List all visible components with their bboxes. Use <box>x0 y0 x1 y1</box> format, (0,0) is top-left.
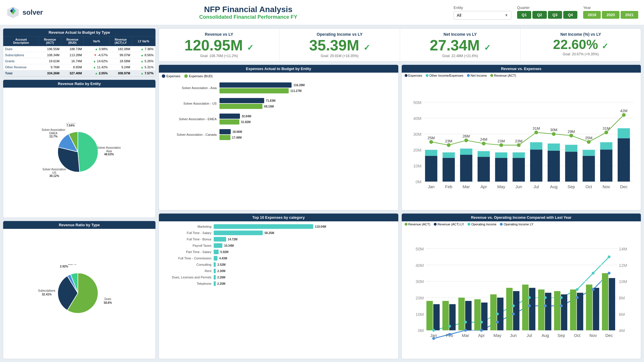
kpi-card-0: Revenue vs LY 120.95M ✓ Goal: 108.76M (+… <box>159 29 279 61</box>
year-btn-2020[interactable]: 2020 <box>602 11 619 19</box>
quarter-btn-q3[interactable]: Q3 <box>548 11 562 19</box>
svg-point-164 <box>464 329 467 332</box>
revenue-row: Dues196.55M188.73M▲ 3.98%182.08M▲ 7.36% <box>3 46 155 52</box>
svg-rect-70 <box>583 156 595 182</box>
rev-vs-exp-legend: Expenses Other Income/Expenses Net Incom… <box>402 73 641 78</box>
logo-text: solver <box>22 8 43 16</box>
svg-text:25M: 25M <box>427 136 435 140</box>
entity-pie-card: Revenue Ratio by Entity Solver Associati… <box>3 80 156 218</box>
svg-text:Jul: Jul <box>527 333 532 338</box>
svg-rect-31 <box>442 152 455 158</box>
type-pie-chart: Dues58.8%Subscriptions32.41%Other Revenu… <box>12 264 147 322</box>
svg-point-165 <box>480 329 483 332</box>
rev-opincome-legend: Revenue (ACT) Revenue (ACT) LY Operating… <box>402 221 641 227</box>
col-rev-bud: Revenue(BUD) <box>61 37 84 46</box>
svg-rect-81 <box>617 128 630 138</box>
svg-point-163 <box>448 333 451 336</box>
rev-vs-exp-card: Revenue vs. Expenses Expenses Other Inco… <box>401 65 641 210</box>
svg-text:14M: 14M <box>619 247 627 251</box>
top10-item: Dues, Licenses and Permits 2.26M <box>162 275 395 280</box>
revenue-row: Other Revenue9.76M8.65M▲ 11.42%9.24M▲ 5.… <box>3 64 155 70</box>
kpi-goal: Goal: 22.48M (+21.6%) <box>405 54 516 58</box>
col-var: Var% <box>84 37 110 46</box>
kpi-card-3: Net Income (%) vs LY 22.60% ✓ Goal: 20.6… <box>521 29 641 61</box>
entity-select[interactable]: All ▼ <box>454 11 511 20</box>
svg-text:Mar: Mar <box>462 184 470 189</box>
svg-point-169 <box>544 304 547 307</box>
expenses-entity-header: Expenses Actual to Budget by Entity <box>159 65 398 73</box>
svg-rect-114 <box>426 301 433 330</box>
svg-point-172 <box>592 288 594 291</box>
col-rev-act-ly: Revenue(ACT) LY <box>110 37 132 46</box>
svg-point-168 <box>528 304 531 307</box>
svg-text:30M: 30M <box>413 132 421 137</box>
charts-row-2: Top 10 Expenses by category Marketing 11… <box>159 213 641 359</box>
kpi-goal: Goal: 20.67% (+9.35%) <box>525 52 636 56</box>
revenue-table: AccountDescription Revenue(ACT) Revenue(… <box>3 36 155 76</box>
svg-rect-25 <box>425 156 437 182</box>
entity-pie-chart: Solver AssociationAsia48.63%Solver Assoc… <box>12 123 147 181</box>
top10-item: Telephone 2.25M <box>162 281 395 286</box>
logo: solver <box>6 5 43 20</box>
kpi-card-1: Operating Income vs LY 35.39M ✓ Goal: 29… <box>279 29 400 61</box>
right-panel: Revenue vs LY 120.95M ✓ Goal: 108.76M (+… <box>159 28 641 359</box>
kpi-goal: Goal: 29.91M (+18.35%) <box>284 54 395 58</box>
kpi-row: Revenue vs LY 120.95M ✓ Goal: 108.76M (+… <box>159 28 641 62</box>
svg-text:40M: 40M <box>413 116 421 121</box>
top10-item: Consulting 2.52M <box>162 262 395 267</box>
year-label: Year <box>583 5 638 10</box>
svg-point-153 <box>480 321 483 324</box>
svg-text:20M: 20M <box>416 296 424 300</box>
svg-text:23M: 23M <box>497 139 505 143</box>
svg-text:0M: 0M <box>418 328 424 333</box>
top10-card: Top 10 Expenses by category Marketing 11… <box>159 213 399 359</box>
year-btn-2021[interactable]: 2021 <box>621 11 638 19</box>
quarter-btn-q2[interactable]: Q2 <box>532 11 547 19</box>
kpi-goal: Goal: 108.76M (+11.2%) <box>164 54 275 58</box>
svg-rect-133 <box>529 288 535 330</box>
main-content: Revenue Actual to Budget by Type Account… <box>0 25 644 362</box>
year-buttons: 201920202021 <box>583 11 638 19</box>
type-pie-card: Revenue Ratio by Type Dues58.8%Subscript… <box>3 221 156 359</box>
svg-point-161 <box>608 255 611 258</box>
exp-entity-row: Solver Association - Canada 18.06M 17.46… <box>165 129 395 140</box>
rev-opincome-card: Revenue vs. Operating Income Compared wi… <box>401 213 641 359</box>
svg-text:Nov: Nov <box>589 333 597 338</box>
entity-pie-content: Solver AssociationAsia48.63%Solver Assoc… <box>3 88 155 216</box>
svg-text:30M: 30M <box>550 128 557 132</box>
col-ly-var: LY Var% <box>132 37 155 46</box>
quarter-btn-q1[interactable]: Q1 <box>517 11 531 19</box>
top10-item: Full Time - Commission 4.43M <box>162 256 395 261</box>
quarter-btn-q4[interactable]: Q4 <box>563 11 577 19</box>
svg-text:Nov: Nov <box>602 184 610 189</box>
exp-legend-bud: Expenses (BUD) <box>184 74 213 78</box>
kpi-value: 120.95M ✓ <box>164 38 275 53</box>
quarter-control: Quarter Q1Q2Q3Q4 <box>517 5 577 19</box>
svg-rect-71 <box>583 150 595 156</box>
svg-text:12M: 12M <box>619 263 627 268</box>
svg-point-166 <box>496 321 499 324</box>
svg-text:30M: 30M <box>416 280 424 284</box>
svg-point-162 <box>432 337 435 340</box>
top10-item: Full Time - Salary 58.25M <box>162 231 395 235</box>
rev-vs-exp-header: Revenue vs. Expenses <box>402 65 641 73</box>
svg-rect-132 <box>522 284 528 330</box>
svg-rect-45 <box>495 158 507 182</box>
kpi-value: 27.34M ✓ <box>405 38 516 53</box>
kpi-title: Net Income vs LY <box>405 32 516 37</box>
svg-rect-36 <box>460 149 472 155</box>
svg-rect-60 <box>547 151 559 182</box>
svg-text:23M: 23M <box>445 139 452 143</box>
svg-text:Mar: Mar <box>462 333 469 338</box>
kpi-card-2: Net Income vs LY 27.34M ✓ Goal: 22.48M (… <box>400 29 521 61</box>
svg-rect-135 <box>538 289 544 330</box>
svg-rect-115 <box>433 304 440 330</box>
year-btn-2019[interactable]: 2019 <box>583 11 601 19</box>
col-account: AccountDescription <box>3 37 39 46</box>
svg-rect-65 <box>565 152 577 182</box>
svg-text:Solver AssociationUS30.12%: Solver AssociationUS30.12% <box>42 168 66 178</box>
revenue-row: Subscriptions108.34M113.28M▼ -4.57%99.07… <box>3 52 155 58</box>
svg-rect-76 <box>600 142 612 150</box>
svg-text:Oct: Oct <box>585 184 592 189</box>
svg-rect-117 <box>442 301 448 330</box>
